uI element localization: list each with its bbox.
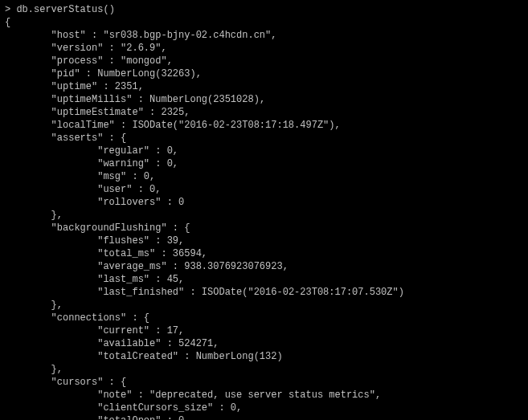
key: "pid" <box>51 68 80 80</box>
key: "last_ms" <box>97 274 149 285</box>
value: "deprecated, use server status metrics" <box>149 389 375 401</box>
value: "sr038.bgp-bjny-02.c4hcdn.cn" <box>103 30 271 41</box>
command-text: db.serverStatus() <box>16 4 114 15</box>
value: 2351 <box>115 81 138 92</box>
value: NumberLong(32263) <box>97 68 195 80</box>
key: "totalOpen" <box>97 415 161 420</box>
value: NumberLong(2351028) <box>149 94 260 105</box>
prompt: > <box>5 4 16 15</box>
value: 938.3076923076923 <box>184 261 282 272</box>
output-line: { <box>5 17 10 28</box>
key: "msg" <box>97 171 126 182</box>
value: 36594 <box>173 248 202 259</box>
key: "uptime" <box>51 81 98 92</box>
terminal-output[interactable]: > db.serverStatus() { "host" : "sr038.bg… <box>0 0 528 420</box>
value: "mongod" <box>121 55 167 67</box>
value: 0 <box>144 171 149 182</box>
key: "regular" <box>97 145 149 157</box>
key: "backgroundFlushing" <box>51 222 167 234</box>
key: "cursors" <box>51 377 104 388</box>
value: 0 <box>167 158 173 169</box>
key: "average_ms" <box>97 261 166 272</box>
value: NumberLong(132) <box>196 351 283 362</box>
key: "total_ms" <box>97 248 155 259</box>
key: "localTime" <box>51 120 115 131</box>
close-brace: }, <box>51 300 63 311</box>
key: "host" <box>51 30 86 41</box>
value: 0 <box>231 402 236 414</box>
key: "user" <box>97 184 132 195</box>
value: 2325 <box>161 107 184 118</box>
key: "flushes" <box>97 235 149 247</box>
key: "totalCreated" <box>97 351 178 362</box>
value: 39 <box>167 235 178 247</box>
key: "last_finished" <box>97 287 184 298</box>
key: "asserts" <box>51 133 104 144</box>
value: ISODate("2016-02-23T08:17:07.530Z") <box>202 287 404 298</box>
key: "version" <box>51 43 104 54</box>
key: "note" <box>97 389 132 401</box>
key: "uptimeMillis" <box>51 94 133 105</box>
close-brace: }, <box>51 210 63 221</box>
key: "current" <box>97 325 149 336</box>
key: "available" <box>97 338 161 349</box>
value: 17 <box>167 325 178 336</box>
key: "uptimeEstimate" <box>51 107 144 118</box>
value: 0 <box>167 145 173 157</box>
value: "2.6.9" <box>121 43 161 54</box>
value: 45 <box>167 274 178 285</box>
key: "rollovers" <box>97 197 161 208</box>
value: 0 <box>178 197 184 208</box>
value: 524271 <box>178 338 213 349</box>
key: "connections" <box>51 312 127 324</box>
key: "warning" <box>97 158 149 169</box>
key: "process" <box>51 55 104 67</box>
value: ISODate("2016-02-23T08:17:18.497Z") <box>132 120 334 131</box>
close-brace: }, <box>51 364 63 375</box>
key: "clientCursors_size" <box>97 402 213 414</box>
